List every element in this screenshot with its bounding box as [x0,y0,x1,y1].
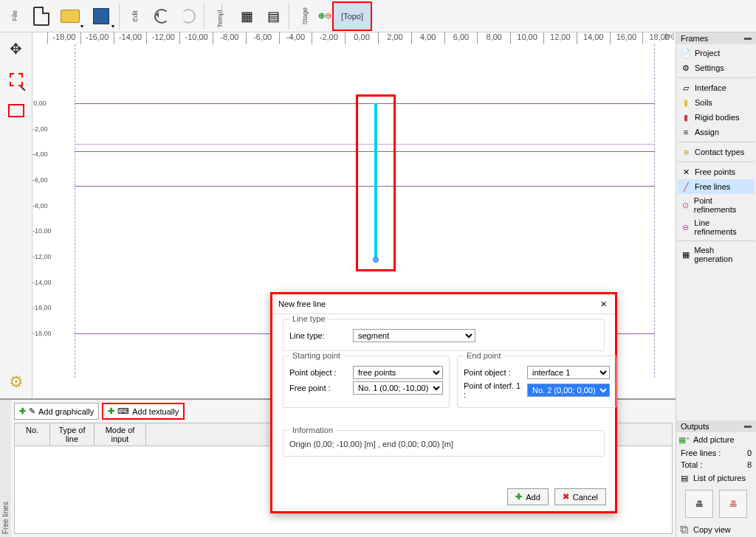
interface-icon: ▱ [681,83,691,93]
soils-icon: ▮ [681,97,691,108]
project-icon: 📄 [681,48,691,58]
plus-icon: ⊕ [318,11,325,21]
list-icon: ▤ [679,473,690,483]
zoom-tool[interactable] [3,66,30,93]
add-picture-button[interactable]: ▦⁺Add picture [676,432,756,447]
information-text: Origin (0,00; -10,00) [m] , end (0,00; 0… [289,438,598,450]
sidebar-item-contact-types[interactable]: ≋Contact types [678,145,755,159]
new-free-line-dialog: New free line ✕ Line type Line type: seg… [270,292,617,513]
contact-types-icon: ≋ [681,147,691,157]
sidebar-item-free-points[interactable]: ✕Free points [678,164,755,179]
sidebar-item-assign[interactable]: ≡Assign [678,125,755,139]
free-point-marker[interactable] [373,257,379,263]
undo-button[interactable] [149,1,174,31]
rigid-bodies-icon: ▮ [681,112,691,122]
fit-icon [8,104,24,117]
free-point-select[interactable]: No. 1 (0,00; -10,00) [353,381,443,395]
point-of-interf-label: Point of interf. 1 : [464,381,523,399]
dialog-titlebar: New free line ✕ [272,294,615,314]
templates-menu[interactable]: Templ... [207,1,233,31]
open-file-button[interactable]: ▾ [55,1,85,31]
column-mode: Mode of input [94,423,146,446]
document-icon [33,7,49,26]
close-icon: ✕ [600,299,607,309]
copy-icon: ⿻ [679,524,690,535]
vertical-ruler: 0,00-2,00-4,00-6,00-8,00-10,00-12,00-14,… [32,44,47,398]
sidebar-item-point-refinements[interactable]: ⊙Point refinements [678,194,755,216]
template-button-1[interactable]: ▦ [234,1,259,31]
zoom-icon [10,73,23,86]
topo-stage-button[interactable]: [Topo] [332,1,372,31]
save-file-button[interactable]: ▾ [86,1,116,31]
add-graphically-button[interactable]: ✚✎Add graphically [14,403,99,420]
right-panel: Frames 📄Project ⚙Settings ▱Interface ▮So… [676,32,756,537]
line-type-select[interactable]: segment [353,329,475,342]
copy-view-button[interactable]: ⿻Copy view [676,522,756,537]
edit-menu[interactable]: Edit [123,1,148,31]
minus-icon: ⊖ [325,11,331,21]
gear-icon: ⚙ [681,63,691,73]
free-line[interactable] [374,103,377,258]
folder-open-icon [61,10,80,23]
dialog-add-button[interactable]: ✚Add [507,488,549,505]
fit-tool[interactable] [3,97,30,124]
plus-icon: ✚ [19,406,26,416]
end-point-fieldset: End point Point object : interface 1 Poi… [457,356,616,408]
undo-icon [154,9,169,24]
new-file-button[interactable] [29,1,54,31]
sidebar-item-interface[interactable]: ▱Interface [678,80,755,95]
minimize-icon[interactable] [744,38,752,40]
cross-icon: ✖ [563,492,569,502]
sidebar-item-project[interactable]: 📄Project [678,46,755,60]
sidebar-item-free-lines[interactable]: ╱Free lines [678,179,755,194]
sidebar-item-rigid-bodies[interactable]: ▮Rigid bodies [678,110,755,125]
minimize-icon[interactable] [744,426,752,428]
line-type-fieldset: Line type Line type: segment [283,319,605,351]
free-lines-icon: ╱ [681,181,691,192]
add-textually-button[interactable]: ✚⌨Add textually [102,403,185,420]
sidebar-item-soils[interactable]: ▮Soils [678,95,755,110]
end-point-object-select[interactable]: interface 1 [527,366,610,379]
plus-icon: ✚ [108,406,114,416]
template-icon: ▦ [241,8,253,24]
free-points-icon: ✕ [681,167,691,177]
line-type-label: Line type: [289,331,348,340]
stage-menu[interactable]: Stage [292,1,317,31]
template-button-2[interactable]: ▤ [261,1,286,31]
print-button-1[interactable]: 🖶 [685,490,713,518]
outputs-panel-body: ▦⁺Add picture Free lines :0 Total :8 ▤Li… [676,432,756,537]
point-of-interf-select[interactable]: No. 2 (0,00; 0,00) [527,384,610,397]
gear-icon: ⚙ [9,373,24,392]
redo-button [176,1,201,31]
horizontal-ruler: -18,00-16,00-14,00-12,00-10,00-8,00-6,00… [47,32,676,44]
column-no: No. [15,423,50,446]
frames-panel-body: 📄Project ⚙Settings ▱Interface ▮Soils ▮Ri… [676,44,756,267]
start-point-object-select[interactable]: free points [353,366,443,379]
free-lines-count-row: Free lines :0 [676,447,756,459]
mesh-icon: ▦ [681,249,690,260]
printer-color-icon: 🖶 [729,499,738,508]
redo-icon [181,9,196,24]
stage-add-remove[interactable]: ⊕⊖ [319,1,331,31]
add-picture-icon: ▦⁺ [679,434,690,445]
end-point-object-label: Point object : [464,368,523,377]
sidebar-item-settings[interactable]: ⚙Settings [678,60,755,75]
settings-tool[interactable]: ⚙ [3,369,30,395]
start-point-object-label: Point object : [289,368,348,377]
total-count-row: Total :8 [676,459,756,471]
line-refinements-icon: ⊖ [681,222,690,232]
pan-tool[interactable]: ✥ [3,35,30,62]
print-button-2[interactable]: 🖶 [719,490,747,518]
dialog-cancel-button[interactable]: ✖Cancel [554,488,606,505]
information-fieldset: Information Origin (0,00; -10,00) [m] , … [283,430,605,457]
sidebar-item-mesh-generation[interactable]: ▦Mesh generation [678,243,755,266]
dialog-close-button[interactable]: ✕ [597,298,609,310]
dialog-title: New free line [278,299,326,308]
top-toolbar: File ▾ ▾ Edit Templ... ▦ ▤ Stage ⊕⊖ [Top… [0,0,756,32]
ruler-unit: [m] [665,32,675,40]
template-icon: ▤ [267,8,280,24]
list-of-pictures-button[interactable]: ▤List of pictures [676,471,756,485]
sidebar-item-line-refinements[interactable]: ⊖Line refinements [678,216,755,238]
file-menu[interactable]: File [2,1,27,31]
keyboard-icon: ⌨ [117,406,129,416]
